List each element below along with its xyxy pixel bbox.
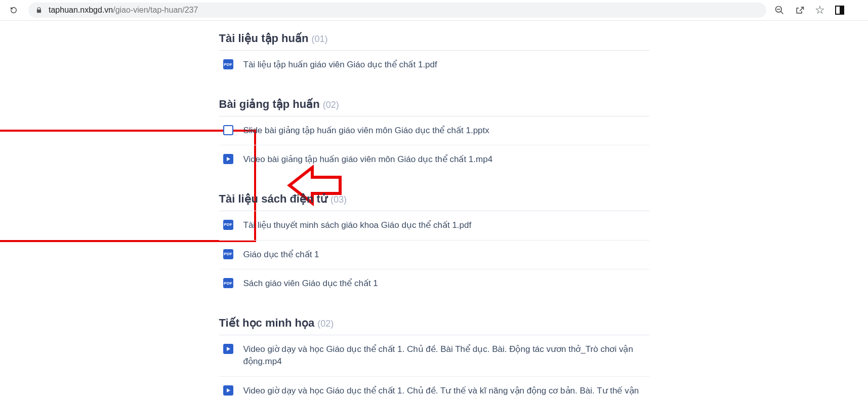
- pdf-icon: PDF: [223, 249, 233, 259]
- file-label: Tài liệu thuyết minh sách giáo khoa Giáo…: [243, 219, 472, 232]
- toolbar-icons: ☆: [774, 5, 844, 16]
- file-row[interactable]: PDFGiáo dục thể chất 1: [219, 240, 649, 269]
- pdf-icon: PDF: [223, 59, 233, 69]
- section-count: (01): [312, 34, 328, 44]
- file-row[interactable]: Video giờ dạy và học Giáo dục thể chất 1…: [219, 335, 649, 376]
- pdf-icon: PDF: [223, 220, 233, 230]
- file-row[interactable]: PDFSách giáo viên Giáo dục thể chất 1: [219, 269, 649, 298]
- file-row[interactable]: PDFTài liệu tập huấn giáo viên Giáo dục …: [219, 51, 649, 80]
- address-bar[interactable]: taphuan.nxbgd.vn/giao-vien/tap-huan/237: [28, 3, 766, 18]
- file-label: Video bài giảng tập huấn giáo viên môn G…: [243, 153, 493, 166]
- share-icon[interactable]: [795, 5, 805, 15]
- side-panel-icon[interactable]: [835, 6, 844, 15]
- section-count: (02): [317, 319, 334, 329]
- browser-toolbar: taphuan.nxbgd.vn/giao-vien/tap-huan/237 …: [0, 0, 868, 21]
- section-heading: Tài liệu sách điện tử (03): [219, 192, 649, 206]
- file-list: Video giờ dạy và học Giáo dục thể chất 1…: [219, 335, 649, 396]
- file-row[interactable]: Video bài giảng tập huấn giáo viên môn G…: [219, 145, 649, 174]
- file-row[interactable]: Video giờ dạy và học Giáo dục thể chất 1…: [219, 376, 649, 396]
- url-domain: taphuan.nxbgd.vn: [49, 6, 113, 14]
- section: Tài liệu sách điện tử (03)PDFTài liệu th…: [219, 192, 649, 298]
- zoom-out-icon[interactable]: [774, 5, 784, 15]
- section-title: Tiết học minh họa: [219, 316, 315, 329]
- file-list: Slide bài giảng tập huấn giáo viên môn G…: [219, 116, 649, 174]
- file-label: Giáo dục thể chất 1: [243, 249, 319, 261]
- reload-icon: [10, 5, 17, 15]
- section-title: Tài liệu tập huấn: [219, 32, 309, 45]
- section: Tài liệu tập huấn (01)PDFTài liệu tập hu…: [219, 32, 649, 80]
- section-count: (02): [323, 100, 339, 110]
- file-label: Video giờ dạy và học Giáo dục thể chất 1…: [243, 343, 645, 368]
- section-heading: Tài liệu tập huấn (01): [219, 32, 649, 45]
- section-title: Tài liệu sách điện tử: [219, 192, 327, 205]
- section-heading: Bài giảng tập huấn (02): [219, 98, 649, 111]
- pdf-icon: PDF: [223, 278, 233, 288]
- file-list: PDFTài liệu thuyết minh sách giáo khoa G…: [219, 211, 649, 298]
- section-title: Bài giảng tập huấn: [219, 98, 320, 110]
- file-label: Sách giáo viên Giáo dục thể chất 1: [243, 278, 378, 290]
- section-heading: Tiết học minh họa (02): [219, 316, 649, 330]
- video-icon: [223, 154, 233, 164]
- file-label: Slide bài giảng tập huấn giáo viên môn G…: [243, 125, 489, 137]
- file-label: Video giờ dạy và học Giáo dục thể chất 1…: [243, 385, 645, 396]
- url-text: taphuan.nxbgd.vn/giao-vien/tap-huan/237: [49, 6, 198, 15]
- page-content: Tài liệu tập huấn (01)PDFTài liệu tập hu…: [0, 21, 868, 396]
- section: Bài giảng tập huấn (02)Slide bài giảng t…: [219, 98, 649, 174]
- slides-icon: [223, 125, 233, 135]
- file-row[interactable]: Slide bài giảng tập huấn giáo viên môn G…: [219, 116, 649, 145]
- video-icon: [223, 385, 233, 395]
- bookmark-star-icon[interactable]: ☆: [815, 5, 825, 16]
- url-path: /giao-vien/tap-huan/237: [113, 6, 198, 14]
- video-icon: [223, 344, 233, 354]
- lock-icon: [35, 7, 43, 14]
- section-count: (03): [330, 194, 347, 205]
- annotation-highlight-box: [0, 130, 256, 242]
- file-list: PDFTài liệu tập huấn giáo viên Giáo dục …: [219, 51, 649, 80]
- svg-line-2: [781, 12, 783, 14]
- content-column: Tài liệu tập huấn (01)PDFTài liệu tập hu…: [219, 32, 649, 396]
- file-row[interactable]: PDFTài liệu thuyết minh sách giáo khoa G…: [219, 211, 649, 240]
- reload-button[interactable]: [7, 4, 20, 17]
- file-label: Tài liệu tập huấn giáo viên Giáo dục thể…: [243, 59, 437, 71]
- section: Tiết học minh họa (02)Video giờ dạy và h…: [219, 316, 649, 396]
